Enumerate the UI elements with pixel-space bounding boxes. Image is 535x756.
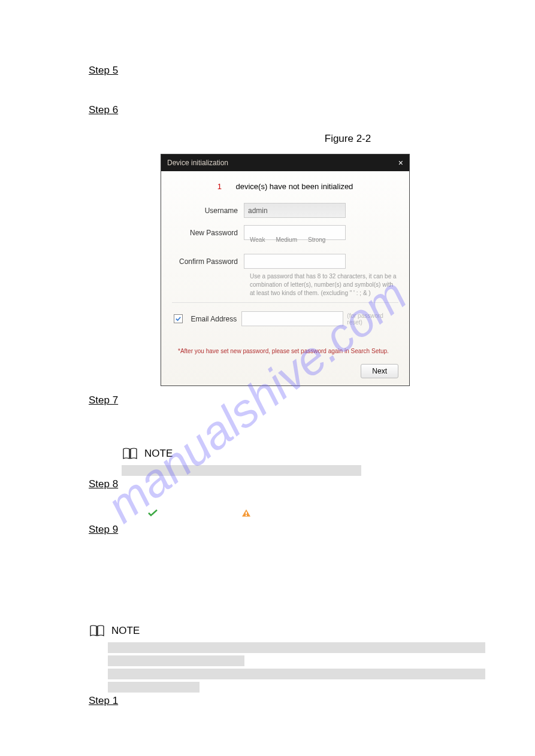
divider xyxy=(172,302,398,303)
confirm-password-label: Confirm Password xyxy=(172,257,244,266)
step-6-label: Step 6 xyxy=(89,104,535,116)
dialog-header: Device initialization × xyxy=(161,154,409,171)
redacted-bar xyxy=(108,682,200,693)
figure-label: Figure 2-2 xyxy=(161,133,535,145)
email-input[interactable] xyxy=(241,311,343,326)
new-password-label: New Password xyxy=(172,229,244,237)
confirm-password-input[interactable] xyxy=(244,254,346,269)
inline-icons-row xyxy=(131,507,535,519)
username-label: Username xyxy=(172,207,244,215)
note-label-1: NOTE xyxy=(144,448,173,460)
step-8-label: Step 8 xyxy=(89,478,535,490)
device-init-dialog: Device initialization × 1 device(s) have… xyxy=(161,154,410,386)
email-label: Email Address xyxy=(191,315,242,323)
strength-strong: Strong xyxy=(308,236,325,243)
step-7-label: Step 7 xyxy=(89,394,535,406)
device-count: 1 xyxy=(217,182,222,191)
redacted-bar xyxy=(108,655,244,666)
svg-rect-3 xyxy=(246,515,247,516)
strength-medium: Medium xyxy=(276,236,297,243)
redacted-bar xyxy=(108,669,485,679)
check-icon xyxy=(147,509,158,517)
strength-weak: Weak xyxy=(250,236,265,243)
next-button[interactable]: Next xyxy=(361,364,398,378)
svg-rect-2 xyxy=(246,512,247,514)
email-hint: (for password reset) xyxy=(347,312,398,326)
step-5-label: Step 5 xyxy=(89,65,535,77)
close-icon[interactable]: × xyxy=(398,158,403,168)
step-9-label: Step 9 xyxy=(89,524,535,536)
book-icon xyxy=(89,624,105,637)
redacted-bar xyxy=(122,465,361,476)
message-text: device(s) have not been initialized xyxy=(236,182,353,191)
step-1-label: Step 1 xyxy=(89,695,535,707)
dialog-title: Device initialization xyxy=(167,159,228,167)
note-label-2: NOTE xyxy=(111,625,140,637)
email-checkbox[interactable] xyxy=(174,314,183,323)
dialog-message: 1 device(s) have not been initialized xyxy=(172,178,398,203)
password-helper-text: Use a password that has 8 to 32 characte… xyxy=(250,272,397,297)
redacted-bar xyxy=(108,642,485,653)
book-icon xyxy=(122,447,138,460)
warning-icon xyxy=(241,509,251,517)
warning-text: *After you have set new password, please… xyxy=(178,348,398,354)
username-input xyxy=(244,203,346,218)
